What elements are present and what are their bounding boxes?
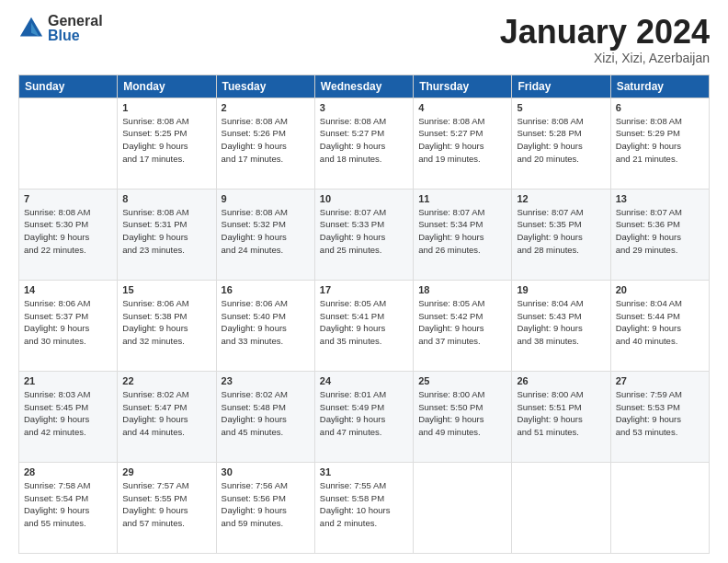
weekday-header: Tuesday: [216, 75, 314, 98]
day-info: Sunrise: 7:59 AM Sunset: 5:53 PM Dayligh…: [616, 388, 704, 439]
day-info: Sunrise: 8:08 AM Sunset: 5:32 PM Dayligh…: [222, 206, 310, 257]
day-number: 24: [320, 375, 408, 386]
calendar-cell: 23Sunrise: 8:02 AM Sunset: 5:48 PM Dayli…: [216, 371, 314, 462]
day-info: Sunrise: 8:07 AM Sunset: 5:36 PM Dayligh…: [616, 206, 704, 257]
calendar-cell: [19, 98, 118, 189]
day-number: 11: [418, 193, 506, 204]
calendar-cell: 9Sunrise: 8:08 AM Sunset: 5:32 PM Daylig…: [216, 189, 314, 280]
day-number: 8: [122, 193, 210, 204]
weekday-header: Thursday: [414, 75, 512, 98]
calendar-cell: 30Sunrise: 7:56 AM Sunset: 5:56 PM Dayli…: [216, 462, 314, 553]
calendar-cell: 10Sunrise: 8:07 AM Sunset: 5:33 PM Dayli…: [314, 189, 413, 280]
day-number: 31: [320, 466, 408, 477]
day-info: Sunrise: 8:00 AM Sunset: 5:50 PM Dayligh…: [418, 388, 506, 439]
day-number: 6: [616, 102, 704, 113]
day-number: 16: [222, 284, 310, 295]
day-number: 22: [122, 375, 210, 386]
calendar-cell: 11Sunrise: 8:07 AM Sunset: 5:34 PM Dayli…: [414, 189, 512, 280]
logo-text: General Blue: [48, 14, 103, 43]
day-info: Sunrise: 8:08 AM Sunset: 5:31 PM Dayligh…: [122, 206, 210, 257]
day-info: Sunrise: 8:08 AM Sunset: 5:27 PM Dayligh…: [320, 115, 408, 166]
day-number: 7: [24, 193, 112, 204]
day-info: Sunrise: 8:08 AM Sunset: 5:27 PM Dayligh…: [418, 115, 506, 166]
day-number: 21: [24, 375, 112, 386]
logo-blue: Blue: [48, 29, 103, 43]
calendar-cell: 29Sunrise: 7:57 AM Sunset: 5:55 PM Dayli…: [118, 462, 216, 553]
calendar-body: 1Sunrise: 8:08 AM Sunset: 5:25 PM Daylig…: [19, 98, 710, 553]
day-number: 17: [320, 284, 408, 295]
day-number: 25: [418, 375, 506, 386]
day-info: Sunrise: 7:56 AM Sunset: 5:56 PM Dayligh…: [222, 479, 310, 530]
day-number: 4: [418, 102, 506, 113]
day-info: Sunrise: 8:04 AM Sunset: 5:44 PM Dayligh…: [616, 297, 704, 348]
day-number: 26: [517, 375, 605, 386]
location: Xizi, Xizi, Azerbaijan: [500, 51, 710, 65]
calendar-cell: 21Sunrise: 8:03 AM Sunset: 5:45 PM Dayli…: [19, 371, 118, 462]
day-number: 28: [24, 466, 112, 477]
calendar-cell: 4Sunrise: 8:08 AM Sunset: 5:27 PM Daylig…: [414, 98, 512, 189]
weekday-header: Saturday: [610, 75, 709, 98]
month-title: January 2024: [500, 14, 710, 51]
day-number: 1: [122, 102, 210, 113]
day-info: Sunrise: 7:57 AM Sunset: 5:55 PM Dayligh…: [122, 479, 210, 530]
calendar-cell: 3Sunrise: 8:08 AM Sunset: 5:27 PM Daylig…: [314, 98, 413, 189]
day-info: Sunrise: 8:08 AM Sunset: 5:30 PM Dayligh…: [24, 206, 112, 257]
calendar-table: SundayMondayTuesdayWednesdayThursdayFrid…: [18, 75, 710, 554]
calendar-week-row: 21Sunrise: 8:03 AM Sunset: 5:45 PM Dayli…: [19, 371, 710, 462]
calendar-week-row: 28Sunrise: 7:58 AM Sunset: 5:54 PM Dayli…: [19, 462, 710, 553]
day-number: 13: [616, 193, 704, 204]
day-number: 23: [222, 375, 310, 386]
day-info: Sunrise: 7:58 AM Sunset: 5:54 PM Dayligh…: [24, 479, 112, 530]
calendar-cell: 27Sunrise: 7:59 AM Sunset: 5:53 PM Dayli…: [610, 371, 709, 462]
day-number: 29: [122, 466, 210, 477]
weekday-header: Wednesday: [314, 75, 413, 98]
day-number: 2: [222, 102, 310, 113]
day-info: Sunrise: 8:03 AM Sunset: 5:45 PM Dayligh…: [24, 388, 112, 439]
calendar-week-row: 14Sunrise: 8:06 AM Sunset: 5:37 PM Dayli…: [19, 280, 710, 371]
day-info: Sunrise: 8:07 AM Sunset: 5:35 PM Dayligh…: [517, 206, 605, 257]
day-info: Sunrise: 8:07 AM Sunset: 5:33 PM Dayligh…: [320, 206, 408, 257]
calendar-cell: 24Sunrise: 8:01 AM Sunset: 5:49 PM Dayli…: [314, 371, 413, 462]
day-number: 20: [616, 284, 704, 295]
day-info: Sunrise: 8:00 AM Sunset: 5:51 PM Dayligh…: [517, 388, 605, 439]
calendar-cell: 18Sunrise: 8:05 AM Sunset: 5:42 PM Dayli…: [414, 280, 512, 371]
calendar-cell: 31Sunrise: 7:55 AM Sunset: 5:58 PM Dayli…: [314, 462, 413, 553]
day-info: Sunrise: 8:08 AM Sunset: 5:28 PM Dayligh…: [517, 115, 605, 166]
day-number: 10: [320, 193, 408, 204]
calendar-cell: [512, 462, 610, 553]
calendar-cell: 28Sunrise: 7:58 AM Sunset: 5:54 PM Dayli…: [19, 462, 118, 553]
weekday-row: SundayMondayTuesdayWednesdayThursdayFrid…: [19, 75, 710, 98]
calendar-cell: 15Sunrise: 8:06 AM Sunset: 5:38 PM Dayli…: [118, 280, 216, 371]
calendar-cell: 16Sunrise: 8:06 AM Sunset: 5:40 PM Dayli…: [216, 280, 314, 371]
day-info: Sunrise: 8:05 AM Sunset: 5:41 PM Dayligh…: [320, 297, 408, 348]
day-info: Sunrise: 8:08 AM Sunset: 5:29 PM Dayligh…: [616, 115, 704, 166]
calendar-week-row: 7Sunrise: 8:08 AM Sunset: 5:30 PM Daylig…: [19, 189, 710, 280]
calendar-cell: 25Sunrise: 8:00 AM Sunset: 5:50 PM Dayli…: [414, 371, 512, 462]
day-info: Sunrise: 8:06 AM Sunset: 5:40 PM Dayligh…: [222, 297, 310, 348]
calendar-cell: 5Sunrise: 8:08 AM Sunset: 5:28 PM Daylig…: [512, 98, 610, 189]
weekday-header: Friday: [512, 75, 610, 98]
calendar-cell: 22Sunrise: 8:02 AM Sunset: 5:47 PM Dayli…: [118, 371, 216, 462]
day-number: 18: [418, 284, 506, 295]
calendar-cell: 7Sunrise: 8:08 AM Sunset: 5:30 PM Daylig…: [19, 189, 118, 280]
logo-icon: [18, 16, 44, 41]
weekday-header: Sunday: [19, 75, 118, 98]
title-section: January 2024 Xizi, Xizi, Azerbaijan: [500, 14, 710, 65]
logo-general: General: [48, 14, 103, 29]
calendar-cell: 12Sunrise: 8:07 AM Sunset: 5:35 PM Dayli…: [512, 189, 610, 280]
calendar-cell: 6Sunrise: 8:08 AM Sunset: 5:29 PM Daylig…: [610, 98, 709, 189]
calendar-cell: 26Sunrise: 8:00 AM Sunset: 5:51 PM Dayli…: [512, 371, 610, 462]
day-number: 30: [222, 466, 310, 477]
day-info: Sunrise: 8:07 AM Sunset: 5:34 PM Dayligh…: [418, 206, 506, 257]
logo: General Blue: [18, 14, 103, 43]
day-info: Sunrise: 7:55 AM Sunset: 5:58 PM Dayligh…: [320, 479, 408, 530]
day-number: 9: [222, 193, 310, 204]
day-info: Sunrise: 8:08 AM Sunset: 5:26 PM Dayligh…: [222, 115, 310, 166]
header: General Blue January 2024 Xizi, Xizi, Az…: [18, 14, 710, 65]
calendar-cell: 1Sunrise: 8:08 AM Sunset: 5:25 PM Daylig…: [118, 98, 216, 189]
day-number: 12: [517, 193, 605, 204]
day-info: Sunrise: 8:05 AM Sunset: 5:42 PM Dayligh…: [418, 297, 506, 348]
calendar-cell: 13Sunrise: 8:07 AM Sunset: 5:36 PM Dayli…: [610, 189, 709, 280]
calendar-cell: 8Sunrise: 8:08 AM Sunset: 5:31 PM Daylig…: [118, 189, 216, 280]
day-info: Sunrise: 8:02 AM Sunset: 5:47 PM Dayligh…: [122, 388, 210, 439]
